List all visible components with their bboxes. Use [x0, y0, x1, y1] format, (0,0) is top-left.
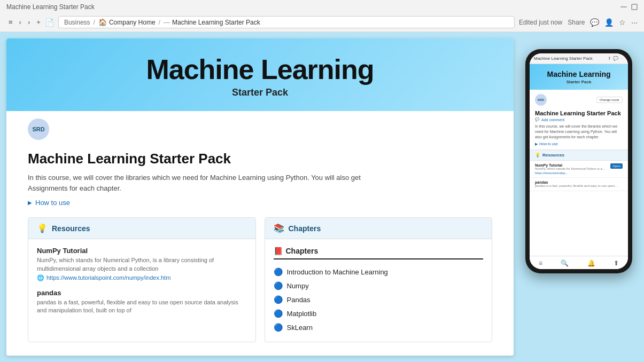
phone-pandas-content: pandas pandas is a fast, powerful, flexi… — [535, 180, 623, 188]
link-icon: 🌐 — [37, 274, 44, 281]
phone-numpy-open-button[interactable]: Open — [610, 163, 623, 169]
resources-body: NumPy Tutorial NumPy, which stands for N… — [28, 239, 255, 330]
phone-resources-header: 💡 Resources — [530, 149, 628, 161]
phone-screen: Machine Learning Starter Pack ⬆ 💬 ··· Ma… — [530, 53, 628, 269]
hero-section: Machine Learning Starter Pack — [6, 38, 514, 111]
phone-avatar: SRD — [535, 94, 547, 106]
phone-page-heading: Machine Learning Starter Pack — [530, 108, 628, 117]
comment-dot-icon: 💬 — [535, 117, 540, 122]
phone-resources-icon: 💡 — [535, 153, 540, 158]
chapter-label: Numpy — [287, 282, 309, 290]
chapter-item[interactable]: 🔵 Matplotlib — [274, 306, 484, 320]
numpy-link[interactable]: 🌐 https://www.tutorialspoint.com/numpy/i… — [37, 274, 247, 281]
back-button[interactable]: ‹ — [17, 17, 24, 27]
address-bar[interactable]: Business / 🏠 Company Home / — Machine Le… — [58, 16, 515, 28]
chapters-book-icon: 📕 — [274, 247, 283, 255]
sharepoint-page: Machine Learning Starter Pack SRD Machin… — [6, 38, 514, 356]
phone-browser-title: Machine Learning Starter Pack — [534, 56, 606, 61]
nav-controls: ≡ ‹ › + 📄 — [6, 17, 54, 27]
page-description: In this course, we will cover the librar… — [28, 172, 402, 193]
chapters-sub-header: 📕 Chapters — [274, 247, 484, 259]
share-button[interactable]: Share — [568, 19, 585, 26]
resources-title: Resources — [52, 224, 90, 233]
chapter-label: Matplotlib — [287, 310, 317, 318]
company-home-icon: 🏠 — [98, 18, 107, 26]
edited-status: Edited just now — [519, 19, 562, 26]
account-icon[interactable]: 👤 — [604, 18, 614, 27]
breadcrumb-sep-1: / — [94, 19, 95, 26]
phone-hero-title: Machine Learning — [535, 70, 623, 78]
phone-add-comment[interactable]: 💬 Add comment — [530, 117, 628, 124]
favicon-icon: 📄 — [45, 18, 54, 27]
chapters-title: Chapters — [289, 224, 321, 233]
numpy-desc: NumPy, which stands for Numerical Python… — [37, 256, 247, 273]
maximize-button[interactable] — [631, 4, 638, 10]
phone-nav-share-icon[interactable]: ⬆ — [614, 259, 619, 267]
page-heading: Machine Learning Starter Pack — [28, 151, 492, 167]
how-to-use-label: How to use — [35, 199, 70, 207]
phone-pandas-resource: pandas pandas is a fast, powerful, flexi… — [530, 178, 628, 192]
phone-hero-subtitle: Starter Pack — [535, 80, 623, 84]
resource-item: pandas pandas is a fast, powerful, flexi… — [37, 289, 247, 315]
page-content: Machine Learning Starter Pack In this co… — [6, 140, 514, 356]
how-to-use-arrow-icon: ▶ — [28, 200, 32, 206]
resource-item: NumPy Tutorial NumPy, which stands for N… — [37, 247, 247, 281]
browser-title: Machine Learning Starter Pack — [6, 3, 95, 11]
phone-bottom-nav: ≡ 🔍 🔔 ⬆ — [530, 256, 628, 269]
chapter-item[interactable]: 🔵 Numpy — [274, 279, 484, 293]
chapters-icon: 📚 — [274, 223, 284, 233]
phone-pandas-title: pandas — [535, 180, 623, 184]
phone-share-icon: ⬆ — [608, 56, 611, 61]
phone-resources-title: Resources — [542, 153, 564, 158]
hero-title: Machine Learning — [28, 54, 492, 85]
star-icon[interactable]: ☆ — [619, 18, 626, 27]
comment-icon[interactable]: 💬 — [590, 18, 599, 27]
new-tab-button[interactable]: + — [34, 17, 43, 27]
window-controls — [620, 4, 638, 10]
phone-numpy-link[interactable]: https://www.tutorialsp... — [535, 171, 608, 175]
phone-frame: Machine Learning Starter Pack ⬆ 💬 ··· Ma… — [525, 49, 632, 273]
hamburger-icon[interactable]: ≡ — [6, 17, 15, 27]
phone-author-section: SRD Change cover — [530, 90, 628, 108]
breadcrumb-sep-2: / — [159, 19, 160, 26]
forward-button[interactable]: › — [26, 17, 32, 27]
browser-chrome: Machine Learning Starter Pack ≡ ‹ › + 📄 … — [0, 0, 644, 32]
phone-numpy-title: NumPy Tutorial — [535, 163, 608, 167]
pandas-desc: pandas is a fast, powerful, flexible and… — [37, 298, 247, 315]
chapters-section: 📚 Chapters 📕 Chapters 🔵 Introduction to … — [265, 217, 493, 342]
chapter-icon: 🔵 — [274, 281, 283, 290]
avatar: SRD — [28, 119, 49, 140]
author-section: SRD — [6, 111, 514, 140]
phone-nav-bell-icon[interactable]: 🔔 — [587, 259, 595, 267]
breadcrumb-company-home: Company Home — [109, 19, 156, 26]
how-to-use-toggle[interactable]: ▶ How to use — [28, 199, 492, 207]
address-bar-row: ≡ ‹ › + 📄 Business / 🏠 Company Home / — … — [0, 14, 644, 32]
resources-header: 💡 Resources — [28, 218, 255, 239]
chapter-icon: 🔵 — [274, 267, 283, 276]
pandas-title: pandas — [37, 289, 247, 297]
phone-content: Machine Learning Starter Pack SRD Change… — [530, 64, 628, 256]
phone-how-to-arrow: ▶ — [535, 142, 538, 146]
phone-numpy-content: NumPy Tutorial NumPy, which stands for N… — [535, 163, 608, 175]
chapters-body: 📕 Chapters 🔵 Introduction to Machine Lea… — [265, 239, 492, 342]
more-icon[interactable]: ··· — [631, 18, 638, 27]
chapter-item[interactable]: 🔵 SkLearn — [274, 320, 484, 334]
phone-change-cover-button[interactable]: Change cover — [596, 97, 623, 103]
chapter-icon: 🔵 — [274, 295, 283, 304]
title-bar: Machine Learning Starter Pack — [0, 0, 644, 14]
chapter-item[interactable]: 🔵 Pandas — [274, 293, 484, 306]
phone-how-to-use[interactable]: ▶ How to use — [530, 142, 628, 149]
mobile-preview: Machine Learning Starter Pack ⬆ 💬 ··· Ma… — [520, 38, 638, 356]
phone-pandas-desc: pandas is a fast, powerful, flexible and… — [535, 184, 623, 188]
phone-nav-menu-icon[interactable]: ≡ — [539, 259, 542, 267]
browser-actions: Edited just now Share 💬 👤 ☆ ··· — [519, 18, 638, 27]
chapter-icon: 🔵 — [274, 323, 283, 332]
breadcrumb-business: Business — [64, 19, 90, 26]
phone-description: In this course, we will cover the librar… — [530, 124, 628, 141]
resources-section: 💡 Resources NumPy Tutorial NumPy, which … — [28, 217, 256, 342]
chapter-item[interactable]: 🔵 Introduction to Machine Learning — [274, 265, 484, 279]
phone-hero: Machine Learning Starter Pack — [530, 64, 628, 90]
phone-browser-bar: Machine Learning Starter Pack ⬆ 💬 ··· — [530, 53, 628, 64]
minimize-button[interactable] — [620, 6, 627, 7]
phone-nav-search-icon[interactable]: 🔍 — [561, 259, 569, 267]
